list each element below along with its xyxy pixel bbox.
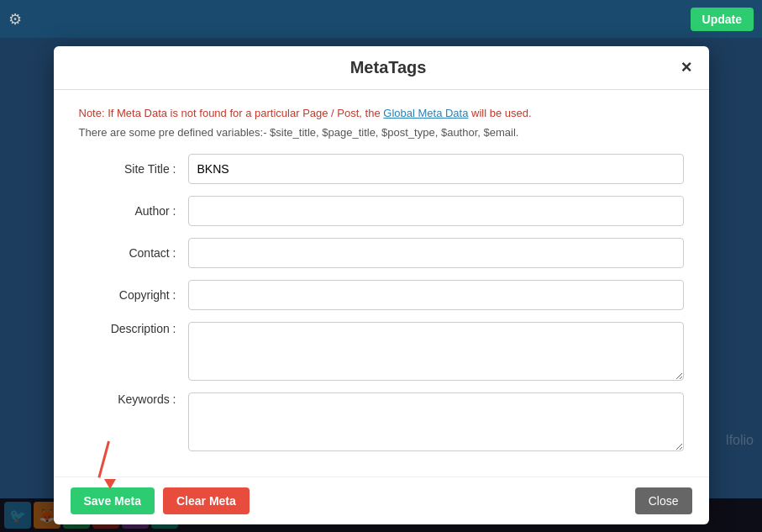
note-suffix: will be used.: [471, 107, 532, 119]
footer-left-buttons: Save Meta Clear Meta: [71, 487, 250, 514]
author-input[interactable]: [188, 196, 684, 226]
description-textarea[interactable]: [188, 322, 684, 381]
clear-meta-button[interactable]: Clear Meta: [163, 487, 250, 514]
author-row: Author :: [79, 196, 684, 226]
contact-label: Contact :: [79, 246, 188, 260]
keywords-row: Keywords :: [79, 392, 684, 451]
variables-text: There are some pre defined variables:- $…: [79, 126, 684, 139]
close-modal-button[interactable]: Close: [635, 487, 692, 514]
modal-footer: Save Meta Clear Meta Close: [54, 477, 709, 524]
save-meta-button[interactable]: Save Meta: [71, 487, 155, 514]
note-prefix: Note: If Meta Data is not found for a pa…: [79, 107, 381, 119]
copyright-row: Copyright :: [79, 280, 684, 310]
modal-header: MetaTags ×: [54, 46, 709, 90]
keywords-textarea[interactable]: [188, 392, 684, 451]
top-bar: ⚙ Update: [0, 0, 762, 38]
author-label: Author :: [79, 204, 188, 218]
site-title-label: Site Title :: [79, 162, 188, 176]
site-title-row: Site Title :: [79, 154, 684, 184]
background-content: lfolio MetaTags × Note: If Meta Data is …: [0, 38, 762, 532]
contact-row: Contact :: [79, 238, 684, 268]
modal-dialog: MetaTags × Note: If Meta Data is not fou…: [54, 46, 709, 524]
contact-input[interactable]: [188, 238, 684, 268]
update-button[interactable]: Update: [691, 8, 754, 31]
description-row: Description :: [79, 322, 684, 381]
description-label: Description :: [79, 322, 188, 335]
arrow-head: [104, 479, 116, 489]
modal-title: MetaTags: [96, 58, 681, 77]
modal-close-button[interactable]: ×: [681, 58, 692, 76]
site-title-input[interactable]: [188, 154, 684, 184]
modal-overlay: MetaTags × Note: If Meta Data is not fou…: [0, 38, 762, 532]
modal-body: Note: If Meta Data is not found for a pa…: [54, 90, 709, 471]
copyright-input[interactable]: [188, 280, 684, 310]
copyright-label: Copyright :: [79, 288, 188, 302]
gear-icon: ⚙: [8, 10, 22, 29]
keywords-label: Keywords :: [79, 392, 188, 406]
note-text: Note: If Meta Data is not found for a pa…: [79, 107, 684, 119]
global-meta-link[interactable]: Global Meta Data: [383, 107, 468, 119]
